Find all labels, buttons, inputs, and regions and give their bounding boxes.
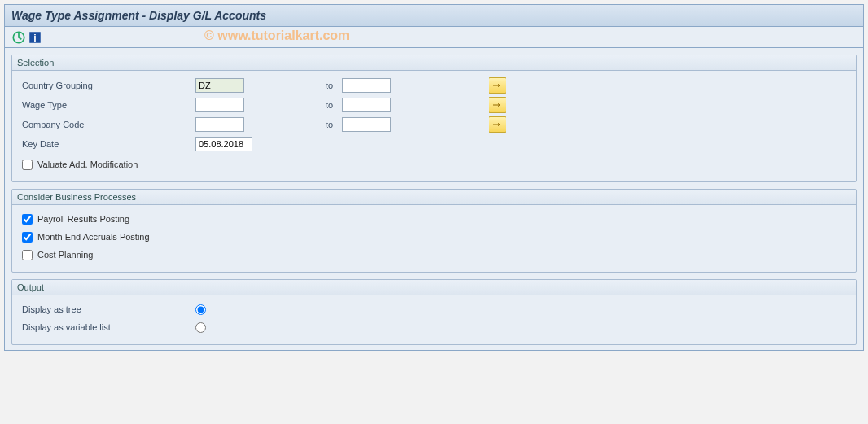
processes-group: Consider Business Processes Payroll Resu… bbox=[11, 189, 857, 273]
label-display-varlist: Display as variable list bbox=[20, 322, 195, 332]
label-display-tree: Display as tree bbox=[20, 304, 195, 314]
to-label-company: to bbox=[244, 120, 342, 129]
to-label-country: to bbox=[244, 81, 342, 90]
input-company-code-to[interactable] bbox=[342, 117, 391, 132]
selection-group: Selection Country Grouping to Wage Type … bbox=[11, 55, 857, 182]
multiselect-wage-type[interactable] bbox=[489, 97, 506, 113]
radio-display-varlist[interactable] bbox=[195, 322, 206, 333]
processes-title: Consider Business Processes bbox=[12, 190, 856, 205]
label-country-grouping: Country Grouping bbox=[20, 81, 195, 90]
label-valuate: Valuate Add. Modification bbox=[37, 160, 138, 169]
label-wage-type: Wage Type bbox=[20, 100, 195, 110]
row-key-date: Key Date bbox=[20, 134, 848, 154]
multiselect-country-grouping[interactable] bbox=[489, 77, 506, 94]
input-country-grouping-to[interactable] bbox=[342, 78, 391, 93]
label-key-date: Key Date bbox=[20, 139, 195, 149]
page-title: Wage Type Assignment - Display G/L Accou… bbox=[11, 9, 857, 22]
execute-icon[interactable] bbox=[11, 30, 26, 45]
radio-display-tree[interactable] bbox=[195, 304, 206, 315]
label-costplan: Cost Planning bbox=[37, 250, 94, 260]
row-display-tree: Display as tree bbox=[20, 300, 848, 318]
row-valuate: Valuate Add. Modification bbox=[20, 155, 848, 173]
checkbox-valuate[interactable] bbox=[22, 160, 33, 170]
window: Wage Type Assignment - Display G/L Accou… bbox=[4, 4, 864, 351]
toolbar: i © www.tutorialkart.com bbox=[5, 27, 863, 48]
to-label-wage: to bbox=[244, 100, 342, 110]
row-payroll: Payroll Results Posting bbox=[20, 210, 848, 228]
row-country-grouping: Country Grouping to bbox=[20, 76, 848, 95]
row-wage-type: Wage Type to bbox=[20, 95, 848, 115]
row-display-varlist: Display as variable list bbox=[20, 318, 848, 336]
checkbox-monthend[interactable] bbox=[22, 232, 33, 243]
multiselect-company-code[interactable] bbox=[489, 116, 506, 133]
watermark: © www.tutorialkart.com bbox=[204, 28, 349, 43]
checkbox-payroll[interactable] bbox=[22, 214, 33, 225]
output-group: Output Display as tree Display as variab… bbox=[11, 279, 857, 345]
input-wage-type-to[interactable] bbox=[342, 98, 391, 112]
checkbox-costplan[interactable] bbox=[22, 250, 33, 260]
label-monthend: Month End Accruals Posting bbox=[37, 232, 150, 242]
output-title: Output bbox=[12, 280, 856, 295]
input-company-code-from[interactable] bbox=[195, 117, 244, 132]
info-icon[interactable]: i bbox=[28, 30, 42, 45]
svg-text:i: i bbox=[33, 32, 36, 43]
title-bar: Wage Type Assignment - Display G/L Accou… bbox=[5, 5, 863, 27]
row-monthend: Month End Accruals Posting bbox=[20, 228, 848, 246]
row-costplan: Cost Planning bbox=[20, 246, 848, 264]
label-payroll: Payroll Results Posting bbox=[37, 214, 129, 224]
input-country-grouping-from[interactable] bbox=[195, 78, 244, 93]
selection-title: Selection bbox=[12, 55, 856, 71]
input-wage-type-from[interactable] bbox=[195, 98, 244, 112]
label-company-code: Company Code bbox=[20, 120, 195, 129]
input-key-date[interactable] bbox=[195, 137, 252, 151]
row-company-code: Company Code to bbox=[20, 115, 848, 134]
